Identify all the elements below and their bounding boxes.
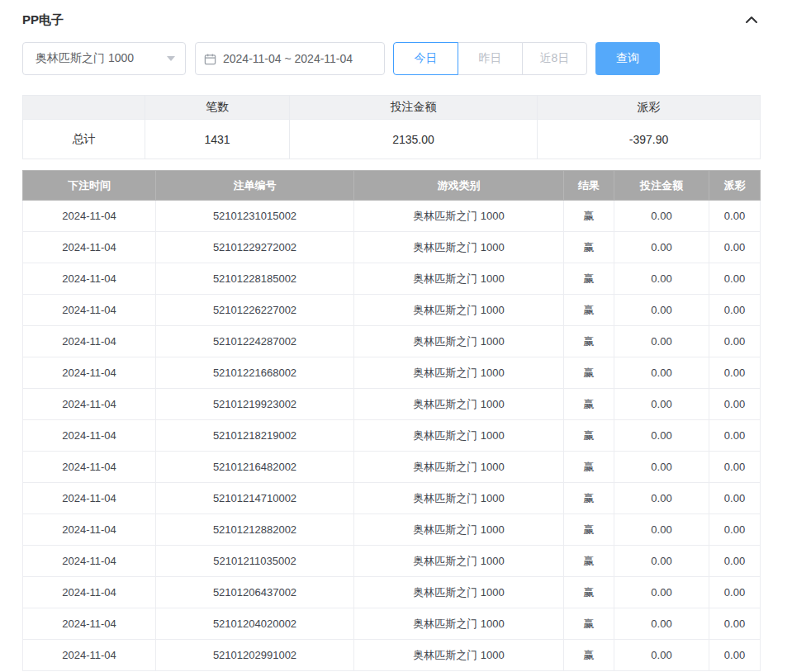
cell-bet-amount: 0.00	[614, 201, 709, 232]
cell-order-id: 52101211035002	[156, 546, 354, 577]
cell-bet-time: 2024-11-04	[23, 389, 156, 420]
cell-payout: 0.00	[709, 357, 761, 389]
chevron-down-icon	[167, 56, 175, 61]
cell-payout: 0.00	[709, 420, 761, 452]
summary-table: 笔数 投注金额 派彩 总计 1431 2135.00 -397.90	[22, 95, 761, 159]
cell-payout: 0.00	[709, 546, 761, 577]
summary-header-empty	[23, 96, 145, 120]
cell-result: 赢	[564, 420, 614, 452]
cell-game-type: 奥林匹斯之门 1000	[354, 357, 564, 389]
table-row: 2024-11-0452101224287002奥林匹斯之门 1000赢0.00…	[23, 326, 761, 357]
cell-bet-amount: 0.00	[614, 608, 709, 640]
cell-payout: 0.00	[709, 295, 761, 326]
date-range-value: 2024-11-04 ~ 2024-11-04	[223, 52, 353, 65]
panel-title: PP电子	[22, 12, 64, 28]
table-row: 2024-11-0452101214710002奥林匹斯之门 1000赢0.00…	[23, 483, 761, 514]
cell-bet-amount: 0.00	[614, 483, 709, 514]
cell-bet-time: 2024-11-04	[23, 263, 156, 295]
summary-header-bet-amount: 投注金额	[290, 96, 538, 120]
cell-bet-amount: 0.00	[614, 640, 709, 671]
cell-order-id: 52101226227002	[156, 295, 354, 326]
cell-bet-time: 2024-11-04	[23, 608, 156, 640]
table-row: 2024-11-0452101219923002奥林匹斯之门 1000赢0.00…	[23, 389, 761, 420]
cell-bet-time: 2024-11-04	[23, 577, 156, 608]
cell-bet-time: 2024-11-04	[23, 232, 156, 263]
cell-bet-time: 2024-11-04	[23, 483, 156, 514]
cell-bet-time: 2024-11-04	[23, 514, 156, 546]
cell-result: 赢	[564, 357, 614, 389]
cell-payout: 0.00	[709, 389, 761, 420]
cell-payout: 0.00	[709, 608, 761, 640]
cell-order-id: 52101219923002	[156, 389, 354, 420]
summary-total-payout: -397.90	[538, 120, 761, 159]
query-button[interactable]: 查询	[595, 42, 660, 75]
cell-bet-amount: 0.00	[614, 514, 709, 546]
pp-panel: PP电子 奥林匹斯之门 1000 2024-11-04 ~ 2024-11-04…	[0, 0, 760, 671]
cell-order-id: 52101216482002	[156, 452, 354, 483]
table-row: 2024-11-0452101204020002奥林匹斯之门 1000赢0.00…	[23, 608, 761, 640]
bet-table-head-row: 下注时间注单编号游戏类别结果投注金额派彩	[23, 171, 761, 201]
column-header-game-type: 游戏类别	[354, 171, 564, 201]
cell-payout: 0.00	[709, 514, 761, 546]
yesterday-button[interactable]: 昨日	[458, 42, 523, 75]
cell-bet-time: 2024-11-04	[23, 420, 156, 452]
cell-game-type: 奥林匹斯之门 1000	[354, 420, 564, 452]
cell-game-type: 奥林匹斯之门 1000	[354, 232, 564, 263]
cell-bet-amount: 0.00	[614, 389, 709, 420]
cell-order-id: 52101204020002	[156, 608, 354, 640]
cell-bet-time: 2024-11-04	[23, 201, 156, 232]
cell-bet-time: 2024-11-04	[23, 640, 156, 671]
bet-table: 下注时间注单编号游戏类别结果投注金额派彩 2024-11-04521012310…	[22, 170, 761, 671]
cell-payout: 0.00	[709, 263, 761, 295]
cell-bet-time: 2024-11-04	[23, 326, 156, 357]
cell-game-type: 奥林匹斯之门 1000	[354, 295, 564, 326]
cell-result: 赢	[564, 201, 614, 232]
table-row: 2024-11-0452101228185002奥林匹斯之门 1000赢0.00…	[23, 263, 761, 295]
game-select-value: 奥林匹斯之门 1000	[36, 51, 134, 66]
cell-result: 赢	[564, 232, 614, 263]
column-header-bet-time: 下注时间	[23, 171, 156, 201]
cell-payout: 0.00	[709, 577, 761, 608]
cell-game-type: 奥林匹斯之门 1000	[354, 514, 564, 546]
panel-header: PP电子	[22, 8, 760, 31]
cell-payout: 0.00	[709, 452, 761, 483]
cell-bet-amount: 0.00	[614, 232, 709, 263]
collapse-chevron-up-icon[interactable]	[743, 12, 760, 27]
cell-result: 赢	[564, 483, 614, 514]
cell-order-id: 52101218219002	[156, 420, 354, 452]
cell-bet-time: 2024-11-04	[23, 546, 156, 577]
today-button[interactable]: 今日	[393, 42, 458, 75]
cell-bet-time: 2024-11-04	[23, 295, 156, 326]
cell-game-type: 奥林匹斯之门 1000	[354, 577, 564, 608]
cell-bet-amount: 0.00	[614, 326, 709, 357]
cell-result: 赢	[564, 577, 614, 608]
cell-game-type: 奥林匹斯之门 1000	[354, 452, 564, 483]
game-select[interactable]: 奥林匹斯之门 1000	[22, 42, 186, 75]
table-row: 2024-11-0452101211035002奥林匹斯之门 1000赢0.00…	[23, 546, 761, 577]
cell-order-id: 52101224287002	[156, 326, 354, 357]
cell-game-type: 奥林匹斯之门 1000	[354, 389, 564, 420]
cell-game-type: 奥林匹斯之门 1000	[354, 608, 564, 640]
column-header-bet-amount: 投注金额	[614, 171, 709, 201]
last-8-days-button[interactable]: 近8日	[522, 42, 587, 75]
column-header-order-id: 注单编号	[156, 171, 354, 201]
cell-payout: 0.00	[709, 326, 761, 357]
cell-payout: 0.00	[709, 201, 761, 232]
cell-order-id: 52101202991002	[156, 640, 354, 671]
cell-bet-amount: 0.00	[614, 295, 709, 326]
summary-total-row: 总计 1431 2135.00 -397.90	[23, 120, 761, 159]
filter-bar: 奥林匹斯之门 1000 2024-11-04 ~ 2024-11-04 今日 昨…	[22, 42, 760, 75]
cell-game-type: 奥林匹斯之门 1000	[354, 483, 564, 514]
cell-bet-time: 2024-11-04	[23, 452, 156, 483]
cell-order-id: 52101228185002	[156, 263, 354, 295]
table-row: 2024-11-0452101231015002奥林匹斯之门 1000赢0.00…	[23, 201, 761, 232]
quick-date-group: 今日 昨日 近8日	[393, 42, 587, 75]
cell-result: 赢	[564, 295, 614, 326]
column-header-result: 结果	[564, 171, 614, 201]
cell-result: 赢	[564, 263, 614, 295]
cell-game-type: 奥林匹斯之门 1000	[354, 201, 564, 232]
date-range-picker[interactable]: 2024-11-04 ~ 2024-11-04	[195, 42, 385, 75]
summary-total-count: 1431	[145, 120, 290, 159]
cell-result: 赢	[564, 546, 614, 577]
table-row: 2024-11-0452101202991002奥林匹斯之门 1000赢0.00…	[23, 640, 761, 671]
